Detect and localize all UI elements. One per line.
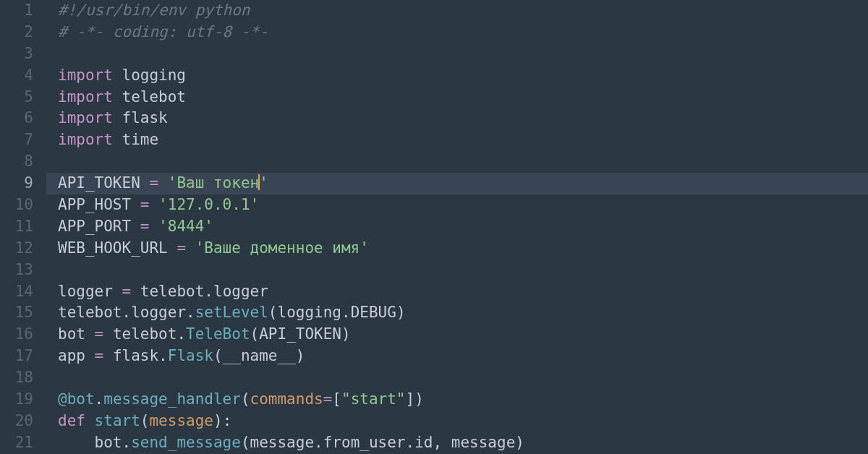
line-number: 15 [0,302,33,324]
token-ident [85,412,95,429]
token-kw: def [58,412,85,429]
code-line[interactable] [58,151,868,173]
line-number: 21 [0,432,33,454]
token-op: = [140,196,150,213]
token-ident: __name__ [223,347,296,364]
code-area[interactable]: #!/usr/bin/env python# -*- coding: utf-8… [46,0,868,454]
token-punct: : [223,412,232,429]
token-op: = [140,218,150,235]
token-ident: app [58,347,95,364]
token-punct: ) [213,412,223,429]
token-kw: import [58,88,113,106]
token-ident: telebot [58,304,122,321]
token-op: = [95,347,104,364]
token-ident: from_user [323,434,406,451]
line-number: 14 [0,281,33,303]
token-punct: ] [406,390,415,408]
line-number: 1 [0,0,33,22]
line-number: 18 [0,367,33,389]
token-punct: . [186,304,195,321]
token-punct: . [204,283,213,300]
token-ident: WEB_HOOK_URL [58,239,176,257]
token-ident: logging [278,304,342,321]
token-kw: import [58,131,113,148]
code-line[interactable]: import time [58,129,868,151]
token-ident: logger [58,283,122,300]
code-line[interactable]: import logging [58,65,868,87]
token-str: '8444' [158,218,213,235]
code-line[interactable]: def start(message): [58,411,868,432]
code-line[interactable] [58,260,868,281]
line-number-gutter: 123456789101112131415161718192021 [0,0,46,454]
token-ident [113,88,122,106]
token-op: = [323,390,333,408]
token-punct: ( [140,412,150,429]
token-punct: ( [250,325,260,343]
token-punct: ) [414,390,424,408]
token-punct: , [433,434,442,451]
code-line[interactable]: telebot.logger.setLevel(logging.DEBUG) [58,302,868,324]
token-fn: Flask [168,347,213,364]
token-fn: send_message [131,434,241,451]
line-number: 6 [0,108,33,129]
line-number: 16 [0,324,33,346]
token-ident: time [122,131,159,148]
code-line[interactable]: bot.send_message(message.from_user.id, m… [58,432,868,454]
code-line[interactable]: app = flask.Flask(__name__) [58,346,868,367]
token-punct: ) [515,434,524,451]
code-line[interactable]: @bot.message_handler(commands=["start"]) [58,389,868,411]
token-const: commands [250,390,323,408]
code-line[interactable]: APP_HOST = '127.0.0.1' [58,194,868,216]
line-number: 12 [0,238,33,260]
token-punct: ) [396,304,406,321]
line-number: 10 [0,194,33,216]
line-number: 17 [0,346,33,367]
token-op: = [149,174,158,192]
code-line[interactable]: bot = telebot.TeleBot(API_TOKEN) [58,324,868,346]
token-ident [113,67,122,84]
line-number: 2 [0,22,33,43]
token-ident: API_TOKEN [58,174,149,192]
token-op: = [122,283,132,300]
line-number: 20 [0,411,33,432]
token-const: message [149,412,213,429]
code-line[interactable]: import flask [58,108,868,129]
token-punct: . [406,434,415,451]
code-line[interactable] [58,367,868,389]
token-ident [149,218,158,235]
token-punct: ) [341,325,351,343]
token-punct: . [122,434,132,451]
token-ident: telebot [122,88,187,106]
token-punct: ( [213,347,223,364]
token-punct: ( [241,390,250,408]
token-op: = [95,325,104,343]
code-line[interactable]: # -*- coding: utf-8 -*- [58,22,868,43]
token-kw: import [58,109,113,127]
code-editor[interactable]: 123456789101112131415161718192021 #!/usr… [0,0,868,454]
token-punct: ( [241,434,250,451]
token-op: = [176,239,186,257]
token-ident: flask [122,109,168,127]
code-line[interactable] [58,43,868,65]
token-punct: . [176,325,186,343]
line-number: 11 [0,216,33,238]
line-number: 3 [0,43,33,65]
code-line[interactable]: API_TOKEN = 'Ваш токен' [46,173,868,194]
token-ident: logger [213,283,268,300]
code-line[interactable]: WEB_HOOK_URL = 'Ваше доменное имя' [58,238,868,260]
code-line[interactable]: import telebot [58,87,868,108]
code-line[interactable]: APP_PORT = '8444' [58,216,868,238]
token-str: '127.0.0.1' [158,196,259,213]
token-punct: . [341,304,351,321]
token-ident [158,174,168,192]
line-number: 8 [0,151,33,173]
token-ident [113,109,122,127]
token-str: ' [259,174,268,192]
token-str: 'Ваше доменное имя' [195,239,369,257]
token-str: "start" [341,390,406,408]
token-punct: [ [332,390,341,408]
line-number: 13 [0,260,33,281]
code-line[interactable]: #!/usr/bin/env python [58,0,868,22]
code-line[interactable]: logger = telebot.logger [58,281,868,303]
token-ident: logger [131,304,186,321]
